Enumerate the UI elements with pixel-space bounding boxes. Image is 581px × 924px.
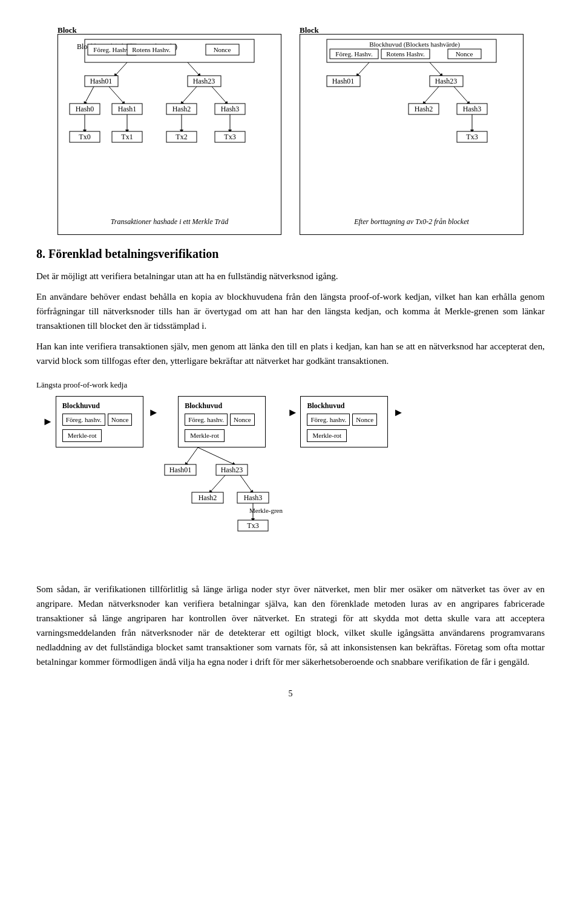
svg-line-15 bbox=[109, 87, 124, 104]
para2: En användare behöver endast behålla en k… bbox=[36, 289, 545, 333]
svg-line-48 bbox=[430, 62, 442, 76]
right-diagram-caption: Efter borttagning av Tx0-2 från blocket bbox=[306, 216, 517, 227]
svg-text:Rotens Hashv.: Rotens Hashv. bbox=[132, 46, 171, 53]
svg-line-69 bbox=[210, 475, 225, 492]
svg-text:Föreg. Hashv.: Föreg. Hashv. bbox=[93, 46, 131, 53]
svg-text:Blockhuvud (Blockets hashvärde: Blockhuvud (Blockets hashvärde) bbox=[369, 41, 460, 48]
svg-text:Nonce: Nonce bbox=[214, 46, 231, 53]
svg-line-63 bbox=[186, 447, 198, 464]
left-diagram-caption: Transaktioner hashade i ett Merkle Träd bbox=[64, 216, 275, 227]
para4: Som sådan, är verifikationen tillförlitl… bbox=[36, 582, 545, 669]
svg-line-64 bbox=[198, 447, 234, 464]
svg-text:Merkle-gren för Tx3: Merkle-gren för Tx3 bbox=[249, 507, 283, 514]
svg-text:Hash3: Hash3 bbox=[243, 493, 262, 502]
page-number: 5 bbox=[36, 687, 545, 700]
svg-text:Föreg. Hashv.: Föreg. Hashv. bbox=[335, 50, 373, 58]
svg-text:Hash01: Hash01 bbox=[332, 77, 355, 85]
para3: Han kan inte verifiera transaktionen sjä… bbox=[36, 339, 545, 368]
left-diagram-label: Block bbox=[57, 24, 77, 36]
right-merkle-diagram: Blockhuvud (Blockets hashvärde) Föreg. H… bbox=[309, 38, 514, 214]
chain-block3-merkle: Merkle-rot bbox=[307, 429, 347, 442]
svg-line-54 bbox=[454, 87, 469, 104]
svg-text:Rotens Hashv.: Rotens Hashv. bbox=[386, 50, 425, 58]
svg-line-9 bbox=[188, 62, 200, 76]
right-diagram-label: Block bbox=[300, 24, 319, 36]
svg-text:Hash23: Hash23 bbox=[193, 77, 215, 85]
chain-block2-prev: Föreg. hashv. bbox=[185, 414, 228, 426]
svg-line-47 bbox=[357, 62, 369, 76]
chain-block2-merkle: Merkle-rot bbox=[185, 429, 225, 442]
svg-text:Hash2: Hash2 bbox=[172, 105, 191, 113]
chain-block2-title: Blockhuvud bbox=[185, 400, 259, 411]
chain-block3-prev: Föreg. hashv. bbox=[307, 414, 350, 426]
svg-line-16 bbox=[182, 87, 197, 104]
svg-text:Hash23: Hash23 bbox=[220, 466, 243, 474]
svg-text:Hash23: Hash23 bbox=[435, 77, 458, 85]
chain-block2-nonce: Nonce bbox=[230, 414, 255, 426]
svg-text:Hash01: Hash01 bbox=[169, 466, 191, 474]
svg-text:Hash1: Hash1 bbox=[118, 105, 137, 113]
svg-text:Tx3: Tx3 bbox=[247, 521, 258, 530]
chain-block1-title: Blockhuvud bbox=[62, 400, 137, 411]
svg-line-17 bbox=[212, 87, 227, 104]
chain-block3-nonce: Nonce bbox=[352, 414, 377, 426]
chain-caption: Längsta proof-of-work kedja bbox=[36, 379, 545, 391]
svg-text:Hash2: Hash2 bbox=[415, 105, 433, 113]
chain-block1-nonce: Nonce bbox=[108, 414, 133, 426]
chain-tree-diagram: Hash01 Hash23 Hash2 Hash3 Merkle-gren fö… bbox=[162, 447, 283, 575]
chain-block1-prev: Föreg. hashv. bbox=[62, 414, 105, 426]
svg-text:Hash3: Hash3 bbox=[221, 105, 240, 113]
left-merkle-diagram: Blockhuvud (Blockets Hashvärde) Föreg. H… bbox=[67, 38, 272, 214]
section-heading: 8. Förenklad betalningsverifikation bbox=[36, 245, 545, 263]
svg-text:Tx3: Tx3 bbox=[224, 133, 235, 141]
chain-block1-merkle: Merkle-rot bbox=[62, 429, 102, 442]
svg-text:Tx3: Tx3 bbox=[466, 133, 478, 141]
svg-text:Tx2: Tx2 bbox=[176, 133, 187, 141]
svg-line-53 bbox=[424, 87, 439, 104]
chain-block3-title: Blockhuvud bbox=[307, 400, 381, 411]
para1: Det är möjligt att verifiera betalningar… bbox=[36, 269, 545, 283]
svg-line-8 bbox=[115, 62, 127, 76]
svg-text:Nonce: Nonce bbox=[456, 50, 473, 58]
svg-text:Hash2: Hash2 bbox=[198, 493, 217, 502]
svg-text:Hash3: Hash3 bbox=[463, 105, 482, 113]
chain-section: Längsta proof-of-work kedja ► Blockhuvud… bbox=[36, 379, 545, 575]
svg-text:Hash01: Hash01 bbox=[90, 77, 113, 85]
svg-text:Tx1: Tx1 bbox=[121, 133, 133, 141]
svg-line-70 bbox=[240, 475, 252, 492]
svg-line-14 bbox=[85, 87, 94, 104]
svg-text:Tx0: Tx0 bbox=[79, 133, 90, 141]
svg-text:Hash0: Hash0 bbox=[76, 105, 94, 113]
